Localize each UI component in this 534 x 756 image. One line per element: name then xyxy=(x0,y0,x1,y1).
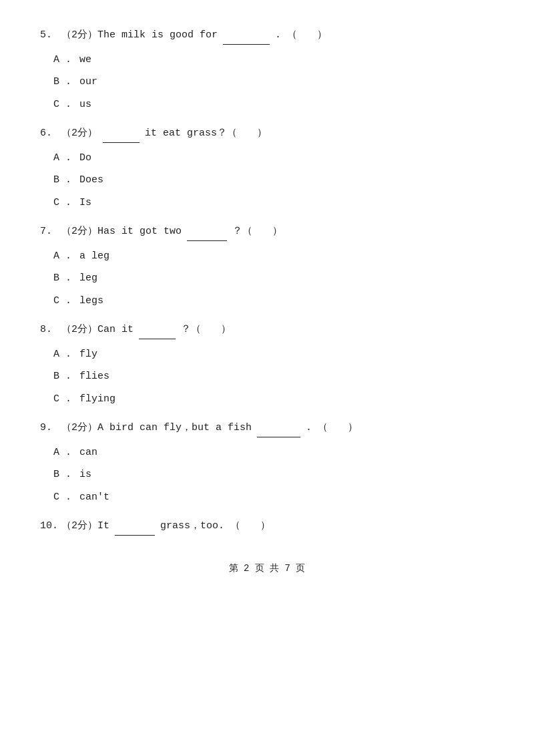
q7-c-letter: C . xyxy=(53,293,73,310)
q8-a-letter: A . xyxy=(53,346,73,363)
q8-a-text: fly xyxy=(79,349,97,360)
q8-option-a: A . fly xyxy=(40,346,494,363)
question-9-line: 9. （2分）A bird can fly，but a fish . （ ） xyxy=(40,419,494,437)
q7-suffix: ？（ ） xyxy=(232,223,282,240)
question-10-line: 10. （2分）It grass，too. （ ） xyxy=(40,518,494,536)
q7-b-text: leg xyxy=(79,272,97,284)
q8-b-letter: B . xyxy=(53,368,73,385)
question-6-line: 6. （2分） it eat grass？（ ） xyxy=(40,125,494,143)
q7-a-letter: A . xyxy=(53,248,73,265)
q5-a-letter: A . xyxy=(53,51,73,69)
q5-b-text: our xyxy=(79,76,97,87)
q8-blank xyxy=(139,321,176,339)
q9-a-text: can xyxy=(79,447,97,458)
question-9: 9. （2分）A bird can fly，but a fish . （ ） A… xyxy=(40,419,494,506)
q9-suffix: . （ ） xyxy=(306,419,358,437)
q6-number: 6. xyxy=(40,125,59,142)
q5-number: 5. xyxy=(40,27,59,44)
q5-points: （2分）The milk is good for xyxy=(61,27,218,44)
question-7-line: 7. （2分）Has it got two ？（ ） xyxy=(40,223,494,241)
q7-option-c: C . legs xyxy=(40,293,494,310)
question-8-line: 8. （2分）Can it ？（ ） xyxy=(40,321,494,339)
q6-c-text: Is xyxy=(79,197,91,208)
q6-c-letter: C . xyxy=(53,194,73,212)
question-8: 8. （2分）Can it ？（ ） A . fly B . flies C .… xyxy=(40,321,494,407)
q9-a-letter: A . xyxy=(53,444,73,461)
q9-blank xyxy=(257,419,300,437)
q5-a-text: we xyxy=(79,54,91,65)
q7-points: （2分）Has it got two xyxy=(61,223,182,240)
q7-option-a: A . a leg xyxy=(40,248,494,265)
q9-option-c: C . can't xyxy=(40,489,494,506)
q9-option-b: B . is xyxy=(40,466,494,484)
q9-points: （2分）A bird can fly，but a fish xyxy=(61,419,252,437)
q6-option-c: C . Is xyxy=(40,194,494,212)
question-10: 10. （2分）It grass，too. （ ） xyxy=(40,518,494,536)
q8-points: （2分）Can it xyxy=(61,321,134,339)
q9-b-text: is xyxy=(79,469,91,480)
q6-option-b: B . Does xyxy=(40,172,494,189)
q10-number: 10. xyxy=(40,518,59,535)
q5-option-c: C . us xyxy=(40,96,494,114)
q7-b-letter: B . xyxy=(53,270,73,287)
q7-number: 7. xyxy=(40,223,59,240)
q10-suffix: grass，too. （ ） xyxy=(160,518,270,535)
q9-b-letter: B . xyxy=(53,466,73,484)
q8-number: 8. xyxy=(40,321,59,339)
q9-option-a: A . can xyxy=(40,444,494,461)
q8-option-c: C . flying xyxy=(40,391,494,408)
q5-suffix: . （ ） xyxy=(275,27,327,44)
q8-c-text: flying xyxy=(79,393,115,405)
q7-c-text: legs xyxy=(79,295,103,307)
q5-option-b: B . our xyxy=(40,73,494,91)
q6-points: （2分） xyxy=(61,125,97,142)
question-7: 7. （2分）Has it got two ？（ ） A . a leg B .… xyxy=(40,223,494,309)
q5-blank xyxy=(223,27,270,45)
q5-c-text: us xyxy=(79,99,91,110)
q6-b-text: Does xyxy=(79,174,103,186)
q9-c-letter: C . xyxy=(53,489,73,506)
q7-a-text: a leg xyxy=(79,250,109,262)
q10-points: （2分）It xyxy=(61,518,109,535)
q7-blank xyxy=(187,223,227,241)
footer-text: 第 2 页 共 7 页 xyxy=(229,563,306,574)
question-5-line: 5. （2分）The milk is good for . （ ） xyxy=(40,27,494,45)
q9-c-text: can't xyxy=(79,492,109,503)
q8-b-text: flies xyxy=(79,371,109,382)
q8-option-b: B . flies xyxy=(40,368,494,385)
question-6: 6. （2分） it eat grass？（ ） A . Do B . Does… xyxy=(40,125,494,211)
q6-blank xyxy=(103,125,140,143)
q6-text: it eat grass？（ ） xyxy=(145,125,267,142)
q5-c-letter: C . xyxy=(53,96,73,114)
q6-b-letter: B . xyxy=(53,172,73,189)
q8-c-letter: C . xyxy=(53,391,73,408)
q5-option-a: A . we xyxy=(40,51,494,69)
question-5: 5. （2分）The milk is good for . （ ） A . we… xyxy=(40,27,494,113)
page-footer: 第 2 页 共 7 页 xyxy=(40,562,494,574)
q6-a-text: Do xyxy=(79,152,91,164)
q8-suffix: ？（ ） xyxy=(181,321,231,339)
q7-option-b: B . leg xyxy=(40,270,494,287)
q6-option-a: A . Do xyxy=(40,150,494,167)
q10-blank xyxy=(115,518,155,536)
q9-number: 9. xyxy=(40,419,59,437)
q6-a-letter: A . xyxy=(53,150,73,167)
q5-b-letter: B . xyxy=(53,73,73,91)
